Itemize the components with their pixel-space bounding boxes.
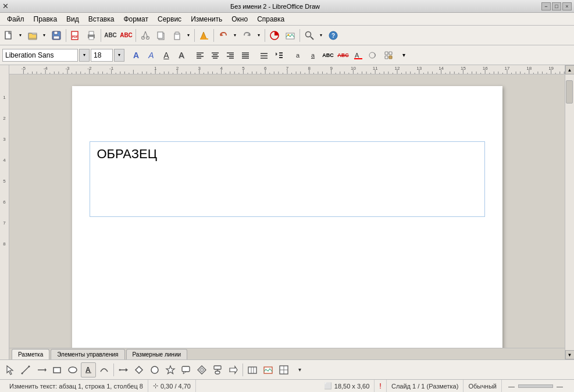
open-button[interactable] (25, 28, 40, 43)
text-box-content[interactable]: ОБРАЗЕЦ (97, 147, 157, 162)
undo-button[interactable] (216, 28, 231, 43)
open-dropdown[interactable]: ▾ (40, 28, 48, 43)
svg-marker-77 (183, 372, 186, 374)
flowchart-tool[interactable] (210, 362, 225, 377)
indent-increase-button[interactable] (257, 48, 271, 62)
menu-view[interactable]: Вид (62, 14, 84, 24)
main-toolbar: ▾ ▾ PDF ABC ABC ▾ (0, 26, 574, 45)
tab-controls[interactable]: Элементы управления (51, 349, 124, 359)
copy-button[interactable] (154, 28, 169, 43)
character-style-button[interactable]: a (291, 48, 305, 62)
undo-dropdown[interactable]: ▾ (231, 28, 239, 43)
rectangle-tool[interactable] (49, 362, 65, 377)
save-button[interactable] (49, 28, 64, 43)
line-tool[interactable] (18, 362, 33, 377)
menu-file[interactable]: Файл (2, 14, 29, 24)
tab-dimensions[interactable]: Размерные линии (126, 349, 188, 359)
draw-sep1 (113, 364, 114, 376)
menu-edit[interactable]: Правка (29, 14, 62, 24)
font-underline-button[interactable]: A (159, 48, 173, 62)
gallery-button[interactable] (283, 28, 298, 43)
abc-check-button[interactable]: ABC (321, 48, 335, 62)
menu-insert[interactable]: Вставка (84, 14, 119, 24)
menu-format[interactable]: Формат (119, 14, 153, 24)
scroll-up-button[interactable]: ▲ (565, 65, 575, 74)
menu-modify[interactable]: Изменить (186, 14, 227, 24)
maximize-button[interactable]: □ (552, 2, 561, 10)
font-size-selector[interactable]: 18 (91, 49, 113, 62)
clone-format-button[interactable] (197, 28, 212, 43)
svg-rect-57 (389, 52, 392, 55)
zoom-decrease-button[interactable]: — (507, 383, 516, 390)
ellipse-tool[interactable] (65, 362, 80, 377)
clone-format2-button[interactable] (366, 48, 380, 62)
font-name-selector[interactable]: Liberation Sans (2, 49, 78, 62)
tab-layout[interactable]: Разметка (12, 349, 49, 359)
font-shadow-button[interactable]: A (174, 48, 188, 62)
print-button[interactable] (84, 28, 99, 43)
chart-button[interactable] (267, 28, 282, 43)
align-justify-button[interactable] (238, 48, 252, 62)
canvas-area[interactable]: ОБРАЗЕЦ (9, 74, 565, 348)
minimize-button[interactable]: − (541, 2, 551, 10)
menu-tools[interactable]: Сервис (153, 14, 186, 24)
more-format-button[interactable]: ▾ (397, 48, 411, 62)
connector-tool[interactable] (116, 362, 131, 377)
more-draw-button[interactable]: ▾ (292, 362, 307, 377)
abc-strikethrough-button[interactable]: ABC (336, 48, 350, 62)
paste-button[interactable] (169, 28, 184, 43)
scroll-thumb-right[interactable] (566, 80, 573, 104)
status-zoom-controls[interactable]: — — (502, 380, 569, 392)
callout-tool[interactable] (179, 362, 194, 377)
new-button[interactable] (1, 28, 16, 43)
line-spacing-button[interactable] (272, 48, 286, 62)
status-position: ⊹ 0,30 / 4,70 (148, 380, 196, 392)
font-bold-blue-button[interactable]: A (129, 48, 143, 62)
find-button[interactable] (302, 28, 317, 43)
align-center-button[interactable] (208, 48, 222, 62)
svg-rect-59 (389, 56, 392, 59)
menu-help[interactable]: Справка (252, 14, 289, 24)
block-arrows-tool[interactable] (226, 362, 241, 377)
font-italic-button[interactable]: A (144, 48, 158, 62)
zoom-slider[interactable] (518, 384, 553, 388)
help-button[interactable]: ? (326, 28, 341, 43)
styles-button[interactable] (382, 48, 395, 62)
font-size-dropdown[interactable]: ▾ (114, 49, 124, 62)
text-box[interactable]: ОБРАЗЕЦ (90, 141, 485, 217)
status-view-mode: Обычный (464, 380, 502, 392)
text-tool[interactable]: A (81, 362, 96, 377)
new-dropdown[interactable]: ▾ (16, 28, 24, 43)
cut-button[interactable] (138, 28, 153, 43)
spellcheck-button[interactable]: ABC (103, 28, 118, 43)
align-right-button[interactable] (223, 48, 237, 62)
scroll-down-button[interactable]: ▼ (565, 350, 575, 359)
close-button[interactable]: × (562, 2, 572, 10)
insert-table-tool[interactable] (276, 362, 291, 377)
scroll-track-right[interactable] (565, 74, 575, 350)
find-dropdown[interactable]: ▾ (317, 28, 325, 43)
paste-dropdown[interactable]: ▾ (184, 28, 192, 43)
scrollbar-right[interactable]: ▲ ▼ (565, 65, 574, 359)
zoom-increase-button[interactable]: — (555, 383, 565, 390)
redo-dropdown[interactable]: ▾ (255, 28, 263, 43)
star-tool[interactable] (163, 362, 178, 377)
export-pdf-button[interactable]: PDF (68, 28, 83, 43)
autocorrect-button[interactable]: ABC (119, 28, 134, 43)
title-bar-title: Без имени 2 - LibreOffice Draw (9, 3, 541, 10)
font-name-dropdown[interactable]: ▾ (79, 49, 90, 62)
pointer-tool[interactable] (2, 362, 17, 377)
font-effects-button[interactable]: A (351, 48, 365, 62)
symbol-shapes-tool[interactable] (194, 362, 209, 377)
align-left-button[interactable] (193, 48, 207, 62)
arrow-tool[interactable] (34, 362, 49, 377)
svg-marker-75 (166, 366, 174, 374)
menu-window[interactable]: Окно (227, 14, 252, 24)
insert-image-tool[interactable] (261, 362, 276, 377)
curve-tool[interactable] (97, 362, 112, 377)
circle-tool[interactable] (147, 362, 162, 377)
diamond-tool[interactable] (131, 362, 147, 377)
redo-button[interactable] (240, 28, 255, 43)
text-color-button[interactable]: a (306, 48, 320, 62)
textbox-tool[interactable] (245, 362, 260, 377)
